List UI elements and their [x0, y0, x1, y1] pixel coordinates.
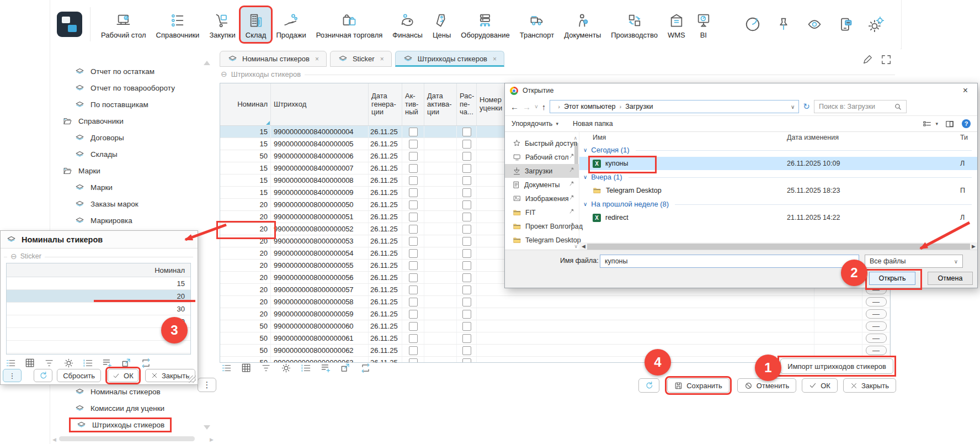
column-name[interactable]: Имя	[593, 134, 606, 141]
export-icon[interactable]	[340, 363, 351, 373]
module-WMS[interactable]: WMS	[663, 7, 690, 42]
organize-menu[interactable]: Упорядочить▾	[512, 120, 558, 128]
module-Документы[interactable]: Документы	[559, 7, 606, 42]
popup-header[interactable]: Номиналы стикеров	[1, 231, 198, 249]
column-header[interactable]: Рас- пе- ча...	[457, 83, 477, 125]
settings-icon[interactable]	[868, 16, 885, 33]
checkbox[interactable]	[462, 176, 471, 185]
checkbox[interactable]	[409, 286, 418, 294]
sidebar-item-Справочники[interactable]: Справочники	[50, 113, 216, 129]
history-drop-icon[interactable]: ˅	[535, 104, 538, 110]
breadcrumb-this-pc[interactable]: Этот компьютер	[564, 103, 615, 110]
filter-icon[interactable]	[260, 363, 272, 373]
file-group-На прошлой неделе (8)[interactable]: ∨На прошлой неделе (8)	[579, 197, 977, 211]
popup-column-header[interactable]: Номинал	[7, 263, 190, 277]
table-menu-kebab-button[interactable]: ⋮	[198, 378, 216, 392]
module-Транспорт[interactable]: Транспорт	[515, 7, 560, 42]
column-date-modified[interactable]: Дата изменения	[787, 134, 839, 141]
sidebar-scroll-up-icon[interactable]	[204, 61, 210, 65]
table-row[interactable]: 509900000000800000006126.11.25—	[220, 332, 890, 345]
gear-icon[interactable]	[280, 363, 292, 373]
checkbox[interactable]	[409, 213, 418, 221]
table-row[interactable]: 209900000000800000005826.11.25—	[220, 296, 890, 308]
popup-row[interactable]: 30	[7, 303, 190, 315]
breadcrumb[interactable]: › Этот компьютер › Загрузки ∨	[550, 100, 799, 113]
checkbox[interactable]	[462, 128, 471, 136]
collapse-group-icon[interactable]: ⊖	[10, 252, 17, 261]
checkbox[interactable]	[462, 346, 471, 355]
dash-button[interactable]: —	[866, 297, 887, 306]
numbered-list-icon[interactable]	[300, 363, 312, 373]
checkbox[interactable]	[409, 334, 418, 343]
checkbox[interactable]	[409, 298, 418, 306]
checkbox[interactable]	[462, 261, 471, 270]
save-button[interactable]: Сохранить	[667, 378, 729, 393]
popup-close-button[interactable]: Закрыть	[145, 369, 195, 382]
tree-item-Документы[interactable]: Документы	[505, 178, 579, 192]
resize-grip[interactable]	[189, 376, 196, 383]
module-Производство[interactable]: Производство	[606, 7, 663, 42]
column-header[interactable]: Штрихкод	[271, 83, 369, 125]
column-header[interactable]: Дата генера- ции	[369, 83, 402, 125]
tab-close-icon[interactable]: ×	[380, 55, 384, 63]
pin-icon[interactable]	[776, 16, 791, 33]
scrollbar-thumb[interactable]	[59, 436, 195, 441]
table-row[interactable]: 209900000000800000005926.11.25—	[220, 308, 890, 320]
sidebar-item-Договоры[interactable]: Договоры	[50, 129, 216, 146]
checkbox[interactable]	[462, 200, 471, 209]
checkbox[interactable]	[409, 188, 418, 197]
checkbox[interactable]	[409, 128, 418, 136]
checkbox[interactable]	[462, 298, 471, 306]
file-list-hscrollbar[interactable]: ◀ ▶	[580, 242, 977, 250]
sidebar-item-По поставщикам[interactable]: По поставщикам	[50, 96, 216, 113]
filetype-select[interactable]: Все файлы ∨	[865, 255, 963, 268]
file-item-redirect[interactable]: Xredirect21.11.2025 14:22Л	[579, 211, 977, 224]
rows-view-icon[interactable]	[221, 363, 232, 373]
module-Продажи[interactable]: Продажи	[271, 7, 311, 42]
refresh-button[interactable]	[638, 378, 659, 393]
column-type[interactable]: Ти	[960, 134, 968, 141]
checkbox[interactable]	[409, 152, 418, 161]
sidebar-item-Штрихкоды стикеров[interactable]: Штрихкоды стикеров	[50, 416, 216, 433]
checkbox[interactable]	[462, 286, 471, 294]
column-header[interactable]: Номинал	[220, 83, 271, 125]
sidebar-item-Отчет по остаткам[interactable]: Отчет по остаткам	[50, 63, 216, 80]
checkbox[interactable]	[409, 346, 418, 355]
checkbox[interactable]	[462, 322, 471, 331]
tree-item-Проект Волгоград[interactable]: Проект Волгоград	[505, 219, 579, 233]
checkbox[interactable]	[462, 213, 471, 221]
module-Розничная торговля[interactable]: Розничная торговля	[311, 7, 388, 42]
checkbox[interactable]	[462, 310, 471, 319]
checkbox[interactable]	[409, 322, 418, 331]
tree-item-Telegram Desktop[interactable]: Telegram Desktop	[505, 233, 579, 247]
checkbox[interactable]	[409, 200, 418, 209]
collapse-group-icon[interactable]: ⊖	[221, 70, 227, 78]
tree-item-Быстрый доступ[interactable]: Быстрый доступ	[505, 136, 579, 150]
sidebar-item-Маркировка[interactable]: Маркировка	[50, 212, 216, 229]
checkbox[interactable]	[462, 164, 471, 173]
views-icon[interactable]: ▾	[923, 120, 938, 128]
popup-ok-button[interactable]: ОК	[108, 369, 139, 382]
module-Оборудование[interactable]: Оборудование	[456, 7, 514, 42]
checkbox[interactable]	[409, 273, 418, 282]
table-row[interactable]: 509900000000800000006026.11.25—	[220, 320, 890, 332]
module-Финансы[interactable]: Финансы	[387, 7, 428, 42]
checkbox[interactable]	[462, 152, 471, 161]
feedback-icon[interactable]	[838, 16, 853, 33]
column-header[interactable]: Ак- тив- ный	[402, 83, 424, 125]
close-button[interactable]: Закрыть	[843, 378, 896, 393]
checkbox[interactable]	[462, 334, 471, 343]
import-barcodes-button[interactable]: Импорт штрихкодов стикеров	[780, 358, 893, 374]
scrollbar-thumb[interactable]	[587, 244, 970, 250]
eye-icon[interactable]	[806, 17, 823, 32]
forward-icon[interactable]: →	[523, 102, 531, 112]
popup-reset-button[interactable]: Сбросить	[57, 369, 101, 382]
add-list-icon[interactable]	[320, 363, 332, 373]
file-group-Сегодня (1)[interactable]: ∨Сегодня (1)	[579, 143, 977, 157]
ok-button[interactable]: ОК	[802, 378, 838, 393]
scroll-right-icon[interactable]: ▶	[210, 437, 214, 442]
module-Закупки[interactable]: Закупки	[204, 7, 240, 42]
filename-input[interactable]: купоны ∨	[600, 255, 859, 268]
dash-button[interactable]: —	[866, 309, 887, 319]
checkbox[interactable]	[409, 249, 418, 258]
